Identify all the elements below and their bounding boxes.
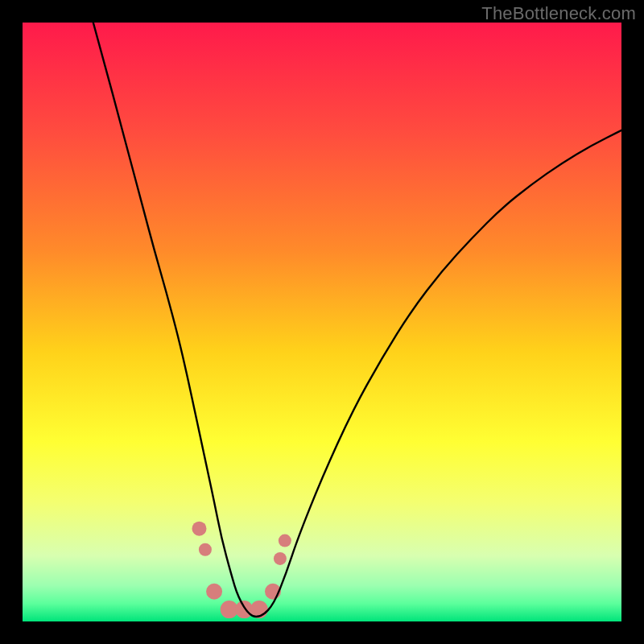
outer-frame: TheBottleneck.com	[0, 0, 644, 644]
watermark-text: TheBottleneck.com	[481, 3, 636, 24]
marker-dot	[199, 543, 212, 556]
gradient-background	[23, 23, 621, 621]
chart-plot-area	[23, 23, 621, 621]
marker-dot	[274, 552, 287, 565]
chart-svg	[23, 23, 621, 621]
marker-dot	[206, 584, 222, 600]
marker-dot	[192, 522, 206, 536]
marker-dot	[279, 535, 291, 547]
